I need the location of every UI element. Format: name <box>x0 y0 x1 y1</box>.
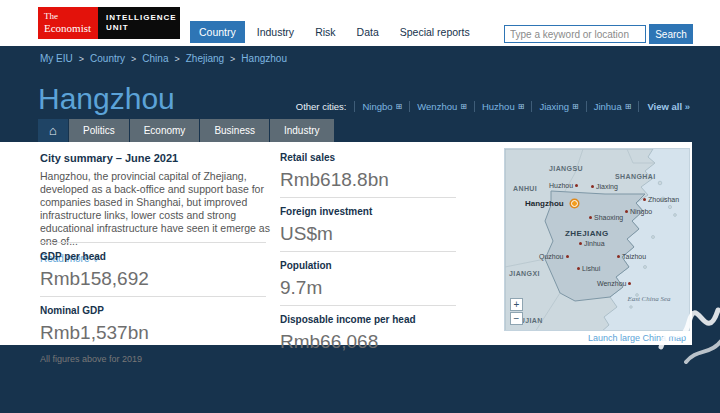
map-zoom-controls: + − <box>510 298 523 325</box>
home-icon: ⌂ <box>49 123 57 138</box>
logo-line2: Economist <box>44 22 98 34</box>
nav-industry[interactable]: Industry <box>248 21 303 43</box>
map-city-lishui: Lishui <box>577 265 600 272</box>
summary-body: Hangzhou, the provincial capital of Zhej… <box>40 170 272 248</box>
nav-risk[interactable]: Risk <box>306 21 344 43</box>
zoom-out-button[interactable]: − <box>510 312 523 325</box>
primary-nav: Country Industry Risk Data Special repor… <box>190 21 479 43</box>
economist-logo[interactable]: The Economist <box>38 7 98 39</box>
stat-label: Retail sales <box>280 152 456 163</box>
stat-label: GDP per head <box>40 251 266 262</box>
map-link-icon: ⊞ <box>572 102 579 111</box>
double-arrow-icon: » <box>685 101 690 112</box>
stat-value: Rmb158,692 <box>40 267 266 291</box>
intelligence-unit-logo[interactable]: INTELLIGENCE UNIT <box>98 7 180 39</box>
map-city-zhoushan: Zhoushan <box>643 196 679 203</box>
breadcrumb-separator: > <box>230 54 235 64</box>
map-region-shanghai: SHANGHAI <box>615 173 656 180</box>
view-all-label: View all <box>647 101 682 112</box>
stat-nominal-gdp: Nominal GDP Rmb1,537bn <box>40 296 266 350</box>
tab-economy[interactable]: Economy <box>130 119 200 142</box>
stat-label: Population <box>280 260 456 271</box>
map-region-jiangxi: JIANGXI <box>509 270 540 277</box>
other-cities: Other cities: Ningbo ⊞ Wenzhou ⊞ Huzhou … <box>296 101 690 112</box>
breadcrumb-separator: > <box>174 54 179 64</box>
unit-line1: INTELLIGENCE <box>106 13 180 23</box>
breadcrumb: My EIU > Country > China > Zhejiang > Ha… <box>40 53 287 64</box>
stat-foreign-investment: Foreign investment US$m <box>280 197 456 251</box>
stat-gdp-per-head: GDP per head Rmb158,692 <box>40 242 266 296</box>
china-map[interactable]: JIANGSU SHANGHAI ANHUI ZHEJIANG JIANGXI … <box>504 148 690 331</box>
other-city-jinhua[interactable]: Jinhua ⊞ <box>587 101 640 112</box>
zoom-in-button[interactable]: + <box>510 298 523 311</box>
map-city-jinhua: Jinhua <box>579 240 605 247</box>
nav-data[interactable]: Data <box>348 21 388 43</box>
other-city-wenzhou[interactable]: Wenzhou ⊞ <box>410 101 475 112</box>
other-city-ningbo[interactable]: Ningbo ⊞ <box>354 101 410 112</box>
unit-line2: UNIT <box>106 23 180 33</box>
page-title: Hangzhou <box>38 82 175 116</box>
launch-china-map-link[interactable]: Launch large China map <box>588 333 686 343</box>
other-city-huzhou[interactable]: Huzhou ⊞ <box>475 101 532 112</box>
city-link-label: Huzhou <box>482 101 515 112</box>
content-card: City summary – June 2021 Hangzhou, the p… <box>0 142 692 345</box>
search-input[interactable] <box>504 25 646 43</box>
map-city-wenzhou: Wenzhou <box>597 280 631 287</box>
section-tabs: ⌂ Politics Economy Business Industry <box>38 119 334 142</box>
breadcrumb-hangzhou[interactable]: Hangzhou <box>241 53 287 64</box>
breadcrumb-country[interactable]: Country <box>90 53 125 64</box>
city-link-label: Jinhua <box>594 101 622 112</box>
map-city-quzhou: Quzhou <box>539 253 569 260</box>
other-cities-label: Other cities: <box>296 101 347 112</box>
view-all-link[interactable]: View all » <box>647 101 690 112</box>
tab-industry[interactable]: Industry <box>270 119 334 142</box>
header: The Economist INTELLIGENCE UNIT Country … <box>0 0 720 46</box>
stat-value: Rmb1,537bn <box>40 321 266 345</box>
breadcrumb-zhejiang[interactable]: Zhejiang <box>186 53 224 64</box>
figures-footnote: All figures above for 2019 <box>40 354 266 364</box>
city-link-label: Jiaxing <box>539 101 569 112</box>
logo-line1: The <box>44 10 98 22</box>
map-city-huzhou: Huzhou <box>549 182 578 189</box>
hangzhou-marker-icon <box>571 200 578 207</box>
map-city-shaoxing: Shaoxing <box>589 214 623 221</box>
map-region-anhui: ANHUI <box>513 185 537 192</box>
tab-politics[interactable]: Politics <box>69 119 129 142</box>
tab-home[interactable]: ⌂ <box>38 119 68 142</box>
map-link-icon: ⊞ <box>518 102 525 111</box>
map-city-jiaxing: Jiaxing <box>591 183 618 190</box>
stat-label: Nominal GDP <box>40 305 266 316</box>
nav-special-reports[interactable]: Special reports <box>391 21 479 43</box>
stat-label: Disposable income per head <box>280 314 456 325</box>
stats-right-column: Retail sales Rmb618.8bn Foreign investme… <box>280 152 456 359</box>
stat-value: Rmb66,068 <box>280 330 456 354</box>
map-link-icon: ⊞ <box>396 102 403 111</box>
sea-label: East China Sea <box>627 295 671 303</box>
stat-value: 9.7m <box>280 276 456 300</box>
stat-value: US$m <box>280 222 456 246</box>
search-button[interactable]: Search <box>649 24 693 44</box>
city-link-label: Wenzhou <box>417 101 457 112</box>
city-link-label: Ningbo <box>362 101 392 112</box>
breadcrumb-my-eiu[interactable]: My EIU <box>40 53 73 64</box>
other-city-jiaxing[interactable]: Jiaxing ⊞ <box>532 101 586 112</box>
stat-label: Foreign investment <box>280 206 456 217</box>
stat-disposable-income: Disposable income per head Rmb66,068 <box>280 305 456 359</box>
map-region-jiangsu: JIANGSU <box>549 165 583 172</box>
breadcrumb-separator: > <box>131 54 136 64</box>
nav-country[interactable]: Country <box>190 21 245 43</box>
map-city-ningbo: Ningbo <box>625 208 652 215</box>
summary-heading: City summary – June 2021 <box>40 152 272 164</box>
stat-value: Rmb618.8bn <box>280 168 456 192</box>
stat-retail-sales: Retail sales Rmb618.8bn <box>280 152 456 197</box>
map-region-zhejiang: ZHEJIANG <box>565 229 609 238</box>
breadcrumb-separator: > <box>79 54 84 64</box>
stat-population: Population 9.7m <box>280 251 456 305</box>
stats-left-column: GDP per head Rmb158,692 Nominal GDP Rmb1… <box>40 242 266 364</box>
breadcrumb-china[interactable]: China <box>142 53 168 64</box>
map-link-icon: ⊞ <box>460 102 467 111</box>
map-city-hangzhou: Hangzhou <box>525 199 578 208</box>
tab-business[interactable]: Business <box>200 119 269 142</box>
hangzhou-label: Hangzhou <box>525 199 564 208</box>
map-city-taizhou: Taizhou <box>617 253 646 260</box>
